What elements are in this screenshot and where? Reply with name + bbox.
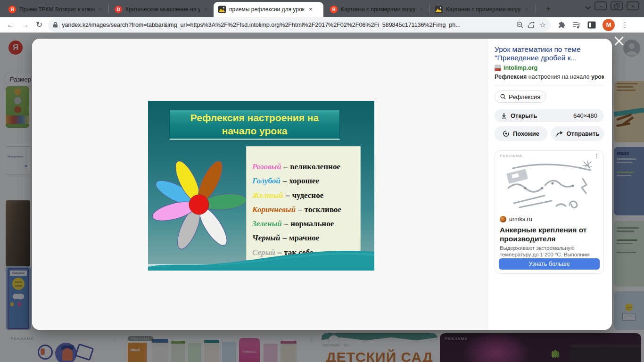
tab-close-icon[interactable]: × (308, 6, 314, 13)
open-button[interactable]: Открыть 640×480 (495, 109, 604, 122)
back-icon[interactable]: ← (7, 21, 15, 29)
tab-close-icon[interactable]: × (203, 6, 209, 13)
similar-button[interactable]: Похожие (495, 126, 547, 141)
snippet-text: Рефлексия настроения на начало урока Роз… (495, 74, 604, 80)
source-title-link[interactable]: Урок математики по теме "Приведение дроб… (495, 45, 604, 62)
mood-word: тоскливое (305, 205, 341, 214)
similar-icon (503, 130, 510, 137)
dash: – (298, 205, 302, 214)
images-icon (435, 6, 443, 13)
result-image[interactable]: Рефлексия настроения на начало урока (148, 101, 374, 271)
site-favicon (495, 65, 501, 71)
sidebar-ad-card[interactable]: РЕКЛАМА ⋮ (495, 150, 604, 274)
dash: – (282, 233, 287, 242)
close-window-icon[interactable]: × (627, 1, 639, 10)
ad-domain[interactable]: urmks.ru (509, 216, 532, 222)
url-text[interactable]: yandex.kz/images/search?from=tabbar&img_… (62, 22, 512, 28)
tag-chip[interactable]: Рефлексия (495, 90, 546, 103)
ad-menu-icon[interactable]: ⋮ (594, 153, 600, 159)
mood-row: Желтый–чудесное (252, 189, 360, 203)
tab-strip: Я Прием ТРКМ Возврат к ключевы × D Крити… (0, 0, 644, 17)
media-playlist-icon[interactable] (572, 21, 581, 29)
send-button[interactable]: Отправить (551, 126, 604, 141)
dzen-icon: D (115, 6, 122, 13)
toolbar-extensions-area: M ⋮ (557, 19, 628, 31)
mood-word: чудесное (292, 191, 323, 200)
download-icon (501, 113, 507, 119)
tag-label: Рефлексия (509, 93, 540, 100)
page-area: Я Размер Мои успехи. ✻ Рефлексия Спустя … (0, 33, 644, 362)
color-word: Голубой (252, 176, 281, 185)
tab-title: Критическое мышление на урок (125, 6, 200, 13)
site-domain[interactable]: intolimp.org (504, 65, 537, 71)
tab-close-icon[interactable]: × (419, 6, 424, 13)
tab-close-icon[interactable]: × (524, 6, 529, 13)
browser-toolbar: ← → ↻ yandex.kz/images/search?from=tabba… (0, 17, 644, 33)
ad-title[interactable]: Анкерные крепления от производителя (500, 225, 599, 243)
tab-5[interactable]: Картинки с примерами воздейс × (430, 2, 533, 17)
color-word: Черный (252, 233, 280, 242)
tab-1[interactable]: Я Прием ТРКМ Возврат к ключевы × (4, 2, 107, 17)
close-viewer-icon[interactable] (614, 36, 625, 47)
yandex-icon: Я (8, 6, 16, 13)
browser-menu-icon[interactable]: ⋮ (621, 21, 628, 29)
tab-separator (536, 5, 536, 13)
profile-avatar[interactable]: M (603, 19, 615, 31)
mood-row: Черный–мрачное (252, 231, 360, 245)
extensions-puzzle-icon[interactable] (557, 21, 566, 29)
slide-title-box: Рефлексия настроения на начало урока (169, 110, 340, 140)
mood-word: мрачное (289, 233, 319, 242)
restore-icon[interactable] (611, 1, 623, 10)
open-label: Открыть (511, 112, 537, 119)
mood-row: Зеленый–нормальное (252, 217, 360, 231)
color-word: Желтый (252, 191, 283, 200)
tab-close-icon[interactable]: × (98, 6, 104, 13)
flower-diagram (152, 157, 246, 252)
mood-row: Розовый–великолепное (252, 160, 360, 174)
dash: – (284, 219, 289, 228)
ad-site-row[interactable]: urmks.ru (500, 216, 532, 222)
image-viewer-modal: Рефлексия настроения на начало урока (32, 39, 612, 330)
minimize-icon[interactable]: – (594, 1, 607, 10)
ad-product-image (500, 159, 599, 214)
tab-search-chevron-icon[interactable] (585, 6, 591, 10)
dash: – (286, 191, 290, 200)
tab-3-active[interactable]: приемы рефлексии для уроков о × (214, 2, 323, 17)
tab-title: приемы рефлексии для уроков о (229, 6, 305, 13)
source-site-row[interactable]: intolimp.org (495, 65, 604, 71)
mood-word: нормальное (290, 219, 334, 228)
lock-icon[interactable] (53, 22, 58, 28)
tab-4[interactable]: Я Картинки с примерами воздейст × (325, 2, 428, 17)
ad-favicon (500, 216, 506, 222)
tab-title: Картинки с примерами воздейс (446, 6, 520, 13)
side-panel-icon[interactable] (587, 21, 596, 29)
images-icon (218, 6, 226, 13)
share-icon[interactable] (528, 21, 536, 28)
address-bar[interactable]: yandex.kz/images/search?from=tabbar&img_… (48, 18, 551, 32)
dash: – (283, 176, 287, 185)
send-icon (556, 131, 563, 137)
color-word: Розовый (252, 162, 281, 171)
bookmark-star-icon[interactable]: ☆ (539, 20, 546, 29)
ad-cta-button[interactable]: Узнать больше (499, 258, 600, 270)
slide-wave-decoration (148, 250, 374, 271)
mood-legend: Розовый–великолепное Голубой–хорошее Жел… (246, 146, 361, 261)
new-tab-button[interactable]: + (542, 3, 554, 14)
mood-row: Голубой–хорошее (252, 174, 360, 188)
zoom-out-icon[interactable] (516, 21, 524, 29)
divider (495, 85, 604, 85)
tab-separator (429, 5, 429, 13)
ad-label: РЕКЛАМА (500, 154, 522, 158)
color-word: Зеленый (252, 219, 282, 228)
reload-icon[interactable]: ↻ (36, 21, 42, 29)
mood-word: великолепное (290, 162, 340, 171)
image-resolution: 640×480 (573, 112, 597, 119)
similar-label: Похожие (513, 130, 539, 137)
flower-center (189, 195, 209, 214)
tab-title: Прием ТРКМ Возврат к ключевы (19, 6, 95, 13)
viewer-image-area: Рефлексия настроения на начало урока (32, 39, 488, 330)
tab-2[interactable]: D Критическое мышление на урок × (110, 2, 213, 17)
forward-icon[interactable]: → (21, 21, 29, 29)
mood-word: хорошее (289, 176, 319, 185)
yandex-icon: Я (330, 6, 338, 13)
